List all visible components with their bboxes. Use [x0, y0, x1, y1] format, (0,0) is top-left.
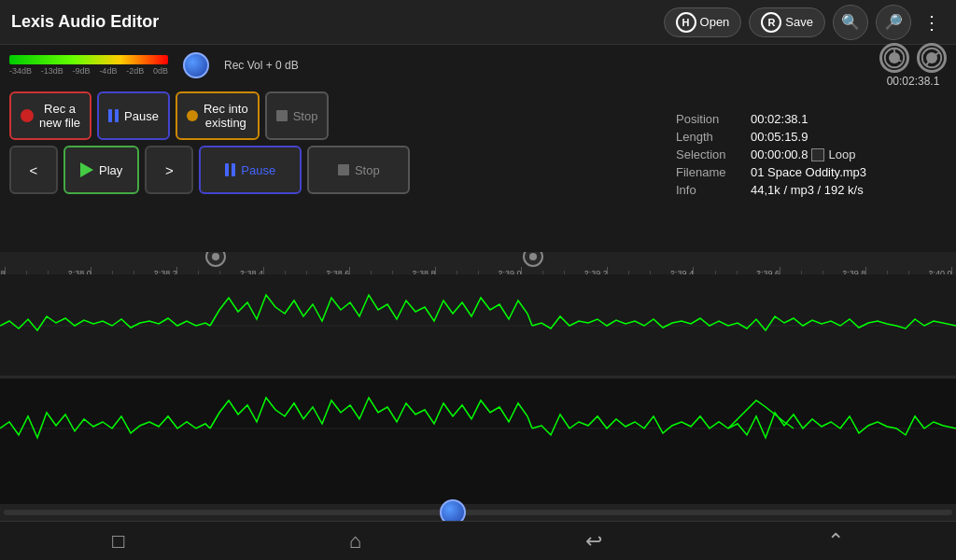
open-icon: H — [676, 12, 696, 33]
controls-row: -34dB -13dB -9dB -4dB -2dB 0dB Rec Vol +… — [0, 45, 956, 86]
prev-button[interactable]: < — [9, 146, 58, 194]
level-meter: -34dB -13dB -9dB -4dB -2dB 0dB — [9, 55, 168, 76]
ruler-tick: 2:39.2 — [607, 267, 608, 274]
loop-checkbox[interactable] — [811, 148, 824, 161]
rec-new-label: Rec anew file — [39, 102, 80, 130]
info-label: Info — [676, 183, 751, 197]
filename-label: Filename — [676, 165, 751, 179]
info-info-row: Info 44,1k / mp3 / 192 k/s — [676, 183, 947, 197]
open-label: Open — [700, 15, 730, 29]
header-right: H Open R Save 🔍 🔎 ⋮ — [664, 5, 945, 40]
next-button[interactable]: > — [145, 146, 193, 194]
zoom-in-button[interactable]: 🔎 — [876, 5, 911, 40]
meter-labels: -34dB -13dB -9dB -4dB -2dB 0dB — [9, 66, 168, 76]
pause-button-1[interactable]: Pause — [97, 91, 170, 140]
stop-button-1[interactable]: Stop — [265, 91, 330, 140]
volume-label: Rec Vol + 0 dB — [224, 59, 299, 72]
volume-knob[interactable] — [183, 52, 209, 78]
play-button[interactable]: Play — [63, 146, 139, 194]
prev-icon: < — [30, 162, 38, 178]
ruler-tick: 2:38.8 — [435, 267, 436, 274]
more-button[interactable]: ⋮ — [919, 7, 945, 37]
length-label: Length — [676, 130, 751, 144]
svg-line-2 — [894, 58, 901, 62]
info-position-row: Position 00:02:38.1 — [676, 112, 947, 126]
more-icon: ⋮ — [922, 12, 941, 33]
waveform-canvas[interactable]: x128 — [0, 274, 956, 480]
bottom-nav: □ ⌂ ↩ ⌃ — [0, 521, 956, 560]
nav-back-icon[interactable]: ↩ — [585, 529, 602, 553]
nav-menu-icon[interactable]: ⌃ — [827, 529, 844, 553]
rec-new-file-button[interactable]: Rec anew file — [9, 91, 91, 140]
selection-label: Selection — [676, 147, 751, 161]
rec-dot-icon — [21, 109, 34, 122]
ruler-tick: 2:38.4 — [263, 267, 264, 274]
nav-home-icon[interactable]: ⌂ — [349, 529, 361, 553]
save-label: Save — [785, 15, 813, 29]
play-label: Play — [99, 163, 122, 177]
header: Lexis Audio Editor H Open R Save 🔍 🔎 ⋮ — [0, 0, 956, 45]
open-button[interactable]: H Open — [664, 7, 742, 37]
waveform-svg — [0, 274, 956, 480]
pause-label-1: Pause — [124, 109, 159, 123]
meter-label-2: -13dB — [41, 66, 63, 76]
stop-label-1: Stop — [293, 109, 318, 123]
meter-bar — [9, 55, 168, 64]
meter-label-5: -2dB — [126, 66, 144, 76]
info-panel: Position 00:02:38.1 Length 00:05:15.9 Se… — [676, 112, 947, 201]
length-value: 00:05:15.9 — [751, 130, 808, 144]
pause-icon-2 — [225, 163, 235, 176]
info-selection-row: Selection 00:00:00.8 Loop — [676, 147, 947, 161]
nav-square-icon[interactable]: □ — [112, 529, 124, 553]
time-value: 00:02:38.1 — [887, 75, 940, 88]
svg-point-3 — [922, 49, 941, 67]
ruler-tick: 2:39.4 — [693, 267, 694, 274]
time-display: 00:02:38.1 — [879, 43, 947, 88]
ruler-tick: 2:37.8 — [5, 267, 6, 274]
stop-button-2[interactable]: Stop — [307, 146, 410, 194]
meter-label-1: -34dB — [9, 66, 32, 76]
ruler-tick: 2:38.0 — [91, 267, 91, 274]
meter-label-6: 0dB — [153, 66, 168, 76]
info-length-row: Length 00:05:15.9 — [676, 130, 947, 144]
meter-label-4: -4dB — [99, 66, 117, 76]
scrollbar-track[interactable] — [4, 510, 952, 515]
zoom-out-icon: 🔍 — [841, 13, 860, 31]
ruler-tick: 2:39.8 — [865, 267, 866, 274]
play-icon — [80, 162, 93, 177]
save-button[interactable]: R Save — [749, 7, 825, 37]
rec-into-existing-button[interactable]: Rec intoexisting — [176, 91, 260, 140]
rec-into-dot-icon — [187, 110, 198, 121]
svg-line-4 — [932, 52, 938, 58]
zoom-out-button[interactable]: 🔍 — [833, 5, 868, 40]
info-value: 44,1k / mp3 / 192 k/s — [751, 183, 864, 197]
stop-label-2: Stop — [355, 163, 380, 177]
ruler-tick: 2:39.0 — [521, 267, 522, 274]
spin-icons — [879, 43, 947, 73]
scrollbar-container[interactable] — [0, 504, 956, 521]
pause-button-2[interactable]: Pause — [199, 146, 302, 194]
waveform-container[interactable]: const rulerData = JSON.parse(document.ge… — [0, 252, 956, 518]
next-icon: > — [165, 162, 174, 178]
position-value: 00:02:38.1 — [751, 112, 808, 126]
ruler-tick: 2:39.6 — [780, 267, 780, 274]
app-title: Lexis Audio Editor — [11, 12, 159, 32]
selection-value: 00:00:00.8 — [751, 147, 808, 161]
position-label: Position — [676, 112, 751, 126]
loop-check: Loop — [811, 147, 855, 161]
zoom-in-icon: 🔎 — [884, 13, 903, 31]
pause-label-2: Pause — [241, 163, 275, 177]
svg-line-5 — [926, 58, 932, 64]
save-icon: R — [761, 12, 781, 33]
ruler-tick: 2:38.2 — [176, 267, 177, 274]
stop-icon-2 — [338, 164, 349, 175]
rec-into-label: Rec intoexisting — [204, 102, 248, 130]
loop-label: Loop — [828, 147, 855, 161]
ruler-tick: 2:40.0 — [951, 267, 952, 274]
spin-icon-1 — [879, 43, 909, 73]
ruler-tick: 2:38.6 — [349, 267, 350, 274]
filename-value: 01 Space Oddity.mp3 — [751, 165, 866, 179]
spin-icon-2 — [917, 43, 947, 73]
timeline-ruler: const rulerData = JSON.parse(document.ge… — [0, 252, 956, 274]
meter-label-3: -9dB — [73, 66, 91, 76]
